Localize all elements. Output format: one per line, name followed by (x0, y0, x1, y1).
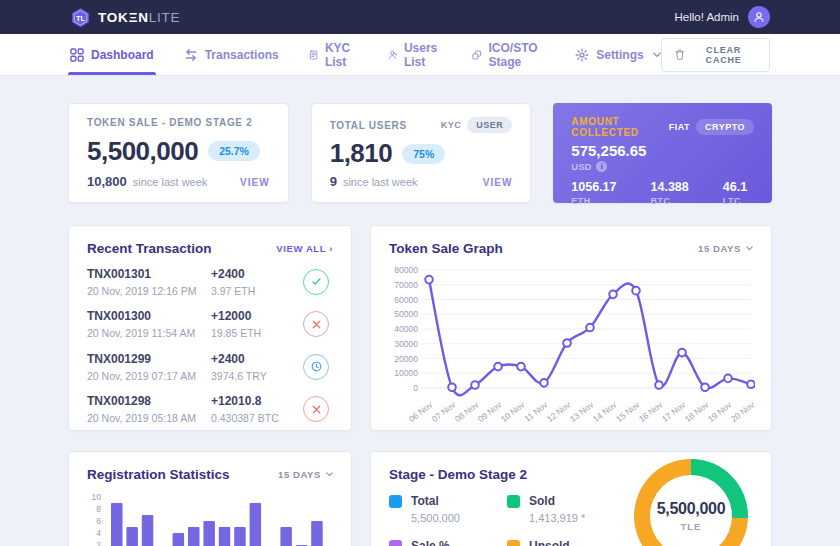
transaction-row[interactable]: TNX00129920 Nov, 2019 07:17 AM +24003974… (87, 341, 333, 384)
crypto-ltc: 46.1 LTC (723, 180, 747, 206)
nav-item-dashboard[interactable]: Dashboard (70, 34, 154, 75)
y-tick-label: 4 (96, 528, 101, 538)
data-point-19-Nov[interactable] (724, 375, 732, 383)
nav-item-ico-sto-stage[interactable]: ICO/STO Stage (472, 34, 545, 75)
bar-range-dropdown[interactable]: 15 DAYS (278, 469, 333, 480)
bar-range-label: 15 DAYS (278, 469, 321, 480)
legend-item-total: Total5,500,000 (389, 494, 507, 524)
bar-day-9[interactable] (234, 527, 246, 546)
bar-day-3[interactable] (142, 515, 154, 546)
ico-sto-stage-icon (472, 48, 481, 62)
line-series-path (429, 280, 751, 396)
legend-value: 5,500,000 (411, 512, 460, 524)
data-point-13-Nov[interactable] (586, 324, 594, 332)
data-point-15-Nov[interactable] (632, 287, 640, 295)
total-users-card: TOTAL USERS KYC USER 1,810 75% 9 since l… (311, 103, 532, 203)
content: TOKEN SALE - DEMO STAGE 2 5,500,000 25.7… (0, 76, 840, 546)
data-point-09-Nov[interactable] (494, 363, 502, 371)
total-users-view-link[interactable]: VIEW (483, 177, 513, 188)
data-point-12-Nov[interactable] (563, 339, 571, 347)
stage-card: Stage - Demo Stage 2 Total5,500,000 Sold… (370, 451, 772, 546)
tokenlite-logo-icon: TL (70, 7, 91, 28)
registration-statistics-card: Registration Statistics 15 DAYS 108642 (68, 451, 352, 546)
total-users-percent-badge: 75% (402, 144, 445, 164)
legend-item-sale-pct: Sale %25.7% Sold (389, 539, 507, 546)
data-point-10-Nov[interactable] (517, 363, 525, 371)
transaction-row[interactable]: TNX00130020 Nov, 2019 11:54 AM +1200019.… (87, 299, 333, 342)
amount-collected-label: AMOUNT COLLECTED (571, 116, 668, 138)
y-tick-label: 60000 (394, 295, 418, 305)
registration-bar-chart: 108642 (87, 488, 335, 546)
tx-status-icon[interactable] (303, 311, 329, 337)
data-point-06-Nov[interactable] (425, 276, 433, 284)
legend-label: Sale % (411, 539, 467, 546)
eth-value: 1056.17 (571, 180, 616, 194)
nav-label: Dashboard (91, 48, 154, 62)
tx-status-icon[interactable] (303, 354, 329, 380)
nav-item-kyc-list[interactable]: KYC List (309, 34, 358, 75)
transaction-row[interactable]: TNX00129820 Nov, 2019 05:18 AM +12010.80… (87, 384, 333, 427)
x-tick-label: 10 Nov (499, 399, 527, 424)
tx-status-icon[interactable] (303, 269, 329, 295)
eth-unit: ETH (571, 196, 616, 206)
nav-label: Users List (404, 41, 442, 69)
data-point-17-Nov[interactable] (678, 349, 686, 357)
toggle-kyc[interactable]: KYC (441, 120, 462, 130)
legend-item-unsold: Unsold4,086,082 (507, 539, 625, 546)
data-point-18-Nov[interactable] (701, 383, 709, 391)
x-tick-label: 20 Nov (729, 399, 755, 424)
data-point-11-Nov[interactable] (540, 379, 548, 387)
tx-date: 20 Nov, 2019 12:16 PM (87, 285, 211, 297)
transaction-row[interactable]: TNX00130120 Nov, 2019 12:16 PM +24003.97… (87, 256, 333, 299)
nav-item-settings[interactable]: Settings (575, 34, 660, 75)
kyc-list-icon (309, 48, 318, 62)
data-point-16-Nov[interactable] (655, 381, 663, 389)
x-tick-label: 16 Nov (637, 399, 665, 424)
tx-status-icon[interactable] (303, 396, 329, 422)
y-tick-label: 2 (96, 540, 101, 546)
bar-day-14[interactable] (311, 521, 323, 546)
token-sale-graph-title: Token Sale Graph (389, 241, 503, 256)
avatar[interactable] (748, 6, 770, 28)
info-icon[interactable]: i (596, 161, 607, 172)
stage-donut-chart[interactable]: 5,500,000 TLE (634, 459, 748, 546)
ltc-value: 46.1 (723, 180, 747, 194)
toggle-crypto[interactable]: CRYPTO (696, 119, 754, 135)
data-point-08-Nov[interactable] (471, 381, 479, 389)
token-sale-delta: 10,800 (87, 174, 127, 189)
clock-icon (310, 360, 323, 373)
data-point-20-Nov[interactable] (747, 381, 755, 389)
nav-item-users-list[interactable]: Users List (388, 34, 442, 75)
view-all-link[interactable]: VIEW ALL › (276, 243, 333, 254)
line-range-dropdown[interactable]: 15 DAYS (698, 243, 753, 254)
nav-item-transactions[interactable]: Transactions (184, 34, 279, 75)
token-sale-view-link[interactable]: VIEW (240, 177, 270, 188)
x-tick-label: 07 Nov (430, 399, 458, 424)
dashboard-page: TL TOKΞNLITE Hello! Admin Dashboard Tran… (0, 0, 840, 546)
data-point-07-Nov[interactable] (448, 383, 456, 391)
toggle-fiat[interactable]: FIAT (669, 122, 690, 132)
line-range-label: 15 DAYS (698, 243, 741, 254)
user-menu[interactable]: Hello! Admin (674, 6, 770, 28)
tx-id: TNX001298 (87, 394, 211, 408)
bar-day-8[interactable] (219, 527, 231, 546)
settings-icon (575, 48, 589, 62)
tx-id: TNX001300 (87, 309, 211, 323)
bar-day-2[interactable] (126, 527, 137, 546)
legend-swatch-sold (507, 495, 520, 508)
bar-day-7[interactable] (203, 521, 215, 546)
token-sale-line-chart: 8000070000600005000040000300002000010000… (389, 262, 755, 434)
bar-day-12[interactable] (280, 527, 292, 546)
bar-day-1[interactable] (111, 503, 123, 546)
dashboard-icon (70, 48, 84, 62)
data-point-14-Nov[interactable] (609, 291, 617, 299)
x-tick-label: 17 Nov (660, 399, 688, 424)
clear-cache-button[interactable]: CLEAR CACHE (661, 38, 770, 72)
amount-collected-card: AMOUNT COLLECTED FIAT CRYPTO 575,256.65 … (553, 103, 772, 203)
bar-day-6[interactable] (188, 527, 200, 546)
toggle-user[interactable]: USER (467, 117, 512, 133)
bar-day-10[interactable] (250, 503, 262, 546)
bar-day-5[interactable] (173, 533, 185, 546)
brand[interactable]: TL TOKΞNLITE (70, 7, 180, 28)
token-sale-percent-badge: 25.7% (208, 141, 260, 161)
